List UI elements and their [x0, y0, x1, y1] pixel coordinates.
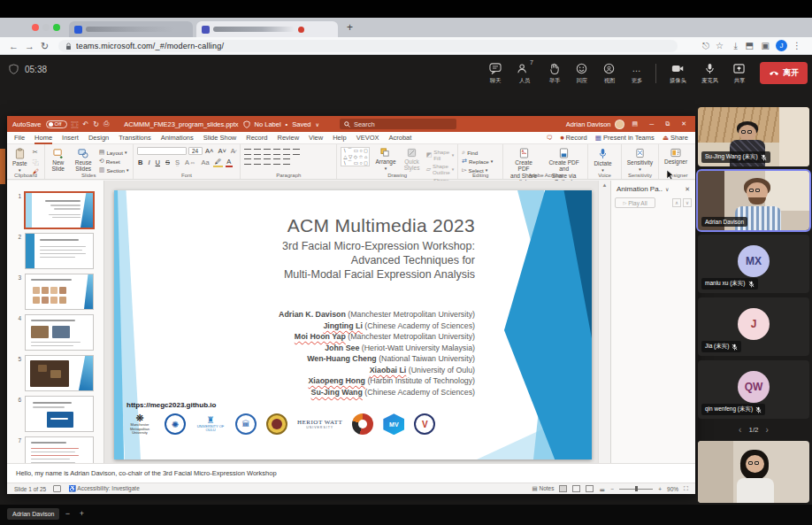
shape-fill-button[interactable]: ◩Shape Fill▾: [426, 149, 455, 161]
record-action[interactable]: ⏺ Record: [561, 132, 587, 144]
forward-icon[interactable]: →: [25, 37, 34, 55]
slideshow-view-icon[interactable]: 🝙: [599, 486, 605, 492]
align-left-button[interactable]: [244, 158, 251, 165]
menu-file[interactable]: File: [14, 132, 25, 144]
highlight-button[interactable]: 🖉: [213, 158, 223, 167]
slide-thumbnail[interactable]: [25, 355, 94, 391]
avatar-tile-manlu-xu[interactable]: MX manlu xu (来宾): [698, 235, 809, 293]
dictate-button[interactable]: Dictate▾: [592, 147, 613, 174]
replace-button[interactable]: ⇄Replace▾: [462, 158, 493, 165]
menu-help[interactable]: Help: [333, 132, 346, 144]
bullets-button[interactable]: [244, 149, 251, 155]
menu-record[interactable]: Record: [246, 132, 267, 144]
slide-thumbnail[interactable]: [25, 436, 94, 463]
thumbnail-row-5[interactable]: 5: [14, 355, 94, 391]
more-button[interactable]: … 更多: [623, 57, 650, 85]
slide-thumbnail[interactable]: [25, 274, 94, 310]
bold-button[interactable]: B: [137, 158, 144, 166]
thumbnail-row-1[interactable]: 1: [14, 192, 94, 228]
notes-pane[interactable]: Hello, my name is Adrian Davison, co-cha…: [7, 463, 695, 483]
arrange-button[interactable]: Arrange▾: [373, 147, 397, 172]
raise-hand-button[interactable]: 举手: [540, 57, 568, 85]
prev-page-icon[interactable]: ‹: [739, 425, 741, 435]
numbering-button[interactable]: [254, 149, 261, 155]
autosave-toggle[interactable]: Off: [46, 120, 67, 128]
thumbnail-row-2[interactable]: 2: [14, 233, 94, 269]
menu-acrobat[interactable]: Acrobat: [388, 132, 411, 144]
align-right-button[interactable]: [264, 158, 271, 165]
video-tile-adrian-davison-speaking[interactable]: Adrian Davison: [698, 171, 809, 230]
slide-thumbnail[interactable]: [25, 314, 94, 351]
notes-toggle[interactable]: ▤ Notes: [532, 485, 555, 492]
menu-design[interactable]: Design: [88, 132, 109, 144]
saved-status[interactable]: Saved: [292, 120, 310, 128]
present-in-teams-action[interactable]: ▦ Present in Teams: [595, 132, 655, 144]
designer-button[interactable]: Designer: [663, 147, 689, 166]
saved-chevron-icon[interactable]: ∨: [316, 121, 319, 127]
video-tile-sujing-wang[interactable]: Su-Jing Wang (来宾): [698, 107, 809, 166]
font-size-box[interactable]: 24: [188, 147, 203, 155]
columns-button[interactable]: [283, 158, 290, 165]
sensitivity-label-text[interactable]: No Label: [255, 120, 281, 128]
redo-icon[interactable]: ↻: [93, 120, 99, 128]
extensions-puzzle-icon[interactable]: ⬒: [746, 37, 754, 55]
zoom-out-button[interactable]: −: [62, 508, 73, 520]
ppt-account[interactable]: Adrian Davison: [566, 120, 624, 129]
cast-icon[interactable]: ⎋: [702, 37, 709, 55]
self-view-tile[interactable]: [698, 441, 809, 503]
downloads-icon[interactable]: ⤓: [734, 37, 738, 55]
browser-tab-2-active[interactable]: [196, 21, 338, 37]
back-icon[interactable]: ←: [9, 37, 19, 55]
ribbon-options-icon[interactable]: ▤: [629, 120, 642, 127]
profile-avatar[interactable]: J: [776, 40, 787, 51]
view-button[interactable]: 视图: [595, 57, 623, 85]
zoom-slider[interactable]: [619, 489, 653, 490]
share-action[interactable]: ⏏ Share: [663, 132, 688, 144]
accessibility-status[interactable]: ♿ Accessibility: Investigate: [68, 485, 140, 492]
save-icon[interactable]: ⿴: [72, 120, 79, 129]
sensitivity-button[interactable]: Sensitivity▾: [625, 147, 655, 173]
share-button[interactable]: 共享: [725, 57, 753, 85]
menu-view[interactable]: View: [309, 132, 323, 144]
italic-button[interactable]: I: [147, 158, 151, 166]
paste-button[interactable]: Paste▾: [11, 147, 29, 174]
pane-chevron-icon[interactable]: ∨: [665, 186, 669, 192]
avatar-tile-qin-wenfeng[interactable]: QW qin wenfeng (来宾): [698, 360, 809, 419]
next-page-icon[interactable]: ›: [766, 425, 769, 435]
traffic-light-minimize[interactable]: [42, 24, 50, 31]
reuse-slides-button[interactable]: Reuse Slides: [72, 147, 96, 173]
people-button[interactable]: 7 人员: [509, 57, 540, 85]
pane-close-icon[interactable]: ✕: [685, 186, 690, 193]
restore-icon[interactable]: ⧉: [662, 120, 673, 127]
zoom-percent[interactable]: 90%: [667, 486, 678, 492]
line-spacing-button[interactable]: [283, 149, 290, 155]
menu-review[interactable]: Review: [277, 132, 299, 144]
grow-font-button[interactable]: A˄: [204, 147, 215, 155]
normal-view-icon[interactable]: [559, 485, 567, 492]
layout-button[interactable]: ▤Layout▾: [99, 149, 129, 156]
close-icon[interactable]: ✕: [678, 120, 690, 127]
browser-menu-icon[interactable]: ⋮: [793, 37, 801, 55]
play-all-button[interactable]: ▷ Play All: [615, 197, 655, 208]
zoom-out-button[interactable]: −: [610, 486, 614, 492]
url-field[interactable]: teams.microsoft.com/_#/modern-calling/: [58, 40, 678, 52]
display-settings-icon[interactable]: [53, 485, 61, 492]
cut-button[interactable]: ✂: [33, 149, 39, 156]
font-color-button[interactable]: A: [226, 158, 233, 167]
browser-tab-1[interactable]: [69, 21, 193, 37]
slide-sorter-icon[interactable]: [572, 485, 580, 492]
move-earlier-button[interactable]: ∧: [672, 198, 681, 207]
menu-animations[interactable]: Animations: [161, 132, 194, 144]
shrink-font-button[interactable]: A˅: [217, 147, 227, 155]
find-button[interactable]: ⌕Find: [462, 149, 493, 156]
zoom-in-button[interactable]: +: [658, 486, 662, 492]
justify-button[interactable]: [273, 158, 280, 165]
shape-gallery[interactable]: ∖ ⌒ ▭ ○ ◻ △ ▽ ◇ ☆ ⌂ ∖ ⌒ ▭ ○ ◻: [341, 147, 370, 166]
thumbnail-row-7[interactable]: 7: [14, 436, 94, 463]
zoom-in-button[interactable]: +: [76, 508, 88, 520]
camera-button[interactable]: 摄像头: [662, 57, 693, 85]
underline-button[interactable]: U: [154, 158, 161, 166]
menu-home[interactable]: Home: [34, 132, 52, 144]
leave-button[interactable]: 离开: [760, 62, 808, 84]
indent-more-button[interactable]: [273, 149, 280, 155]
